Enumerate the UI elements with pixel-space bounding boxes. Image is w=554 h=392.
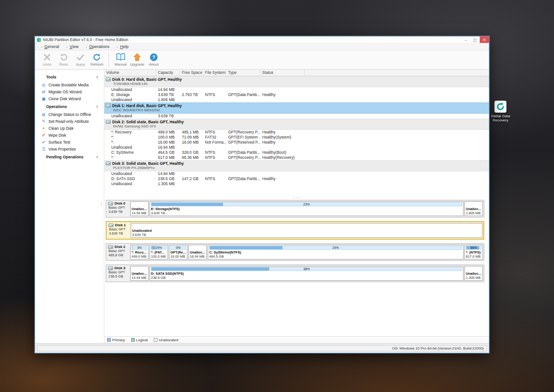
volume-row[interactable]: Unallocated14.94 MB [104,87,489,92]
column-header-free-space[interactable]: Free Space [180,70,203,76]
disk-map-segment[interactable]: Unalloc...16.94 MB [188,245,207,259]
sidebar-item-clone-disk-wizard[interactable]: ▣Clone Disk Wizard [35,95,104,102]
legend-unallocated: Unallocated [154,338,178,342]
disk-map-segment[interactable]: Unalloc...1.305 MB [464,266,483,281]
column-header-volume[interactable]: Volume [104,70,156,76]
manual-button[interactable]: Manual [112,52,129,66]
disk-map-size: 238.5 GB [108,274,129,278]
menu-help[interactable]: ⌄Help [113,43,132,50]
title-bar[interactable]: NIUBI Partition Editor v7.6.0 - Free Hom… [35,36,489,43]
horizontal-splitter-handle[interactable]: ..... [104,195,489,200]
disk-map-segment[interactable]: 23%E: Storage(NTFS)3.639 TB [150,201,464,216]
volume-table: VolumeCapacityFree SpaceFile SystemTypeS… [104,70,489,195]
segment-label: Unallocated [132,229,481,233]
sidebar-item-migrate-os-wizard[interactable]: ⇄Migrate OS Wizard [35,88,104,95]
volume-row[interactable]: *:100.0 MB71.09 MBFAT32GPT(EFI System ..… [104,135,489,140]
cell-file-system [203,97,226,103]
sidebar-item-view-properties[interactable]: ☰View Properties [35,145,104,152]
volume-row[interactable]: C: SySNvme464.5 GB328.0 GBNTFSGPT(Data P… [104,150,489,155]
sidebar-section-header-operations[interactable]: Operations∧ [35,102,104,111]
section-title: Pending Operations [46,155,84,159]
disk-group-header-disk-2[interactable]: Disk 2: Solid state, Basic GPT, HealthyN… [104,119,489,130]
disk-map-segment[interactable]: 29%C: SySNvme(NTFS)464.5 GB [208,245,464,259]
menu-general[interactable]: ⌄General [37,43,62,50]
cell-file-system: Not Forma... [203,140,226,145]
undo-button[interactable]: Undo [39,52,55,66]
disk-model: PLEXTOR PX-256M5Pro [106,166,489,170]
menu-view[interactable]: ⌄View [62,43,82,50]
disk-map-segment[interactable]: 86%*: (NTFS)617.0 MB [464,245,483,259]
disk-map-name: Disk 2 [114,245,126,249]
apply-button[interactable]: Apply [72,52,89,66]
sidebar-section-header-tools[interactable]: Tools∧ [35,72,104,81]
cell-volume: Unallocated [104,171,156,176]
sidebar-item-surface-test[interactable]: ✔Surface Test [35,139,104,145]
sidebar-section-header-pending-operations[interactable]: Pending Operations∧ [35,152,104,161]
empty-area [104,286,489,336]
cell-file-system: NTFS [203,176,226,181]
column-header-capacity[interactable]: Capacity [156,70,180,76]
cell-free-space: 2.793 TB [180,92,203,97]
disk-group-header-disk-0[interactable]: Disk 0: Hard disk, Basic GPT, HealthyTOS… [104,76,489,87]
main-panel: VolumeCapacityFree SpaceFile SystemTypeS… [104,70,489,343]
desktop-icon-stellar-data-recovery[interactable]: Stellar Data Recovery [487,101,514,122]
cell-status [260,87,305,92]
disk-map-panel-disk-0[interactable]: Disk 0Basic GPT3.639 TBUnalloc...14.94 M… [106,200,484,217]
bootable-media-icon: ◎ [41,83,46,87]
disk-map-segment[interactable]: Unallocated3.639 TB [131,223,482,238]
disk-map-segment[interactable]: 38%D: SATA SSD(NTFS)238.5 GB [150,266,464,281]
volume-row[interactable]: Unallocated14.94 MB [104,171,489,176]
cell-type: GPT(EFI System ... [226,135,260,140]
disk-map-panel-disk-2[interactable]: Disk 2Basic GPT465.8 GB3%*: Reco...499.0… [106,243,484,261]
vertical-splitter-handle[interactable]: ⁞ [101,204,102,205]
column-header-file-system[interactable]: File System [203,70,226,76]
volume-row[interactable]: Unallocated3.639 TB [104,114,489,119]
redo-button[interactable]: Redo [55,52,72,66]
cell-volume: *: [104,135,156,140]
disk-map-segment[interactable]: 3%*: Reco...499.0 MB [130,245,149,259]
minimize-button[interactable]: – [461,36,470,43]
column-header-status[interactable]: Status [260,70,305,76]
volume-row[interactable]: D: SATA SSD238.5 GB147.2 GBNTFSGPT(Data … [104,176,489,181]
volume-row[interactable]: *:16.00 MB16.00 MBNot Forma...GPT(Reserv… [104,140,489,145]
volume-row[interactable]: *: Recovery499.0 MB485.1 MBNTFSGPT(Recov… [104,130,489,135]
volume-row[interactable]: Unallocated1.305 MB [104,181,489,187]
disk-map-segment[interactable]: Unalloc...1.805 MB [464,201,483,216]
segment-size: 3.639 TB [151,211,462,215]
disk-map-segment[interactable]: 29%*: (FAT...100.0 MB [150,245,168,259]
disk-group-header-disk-3[interactable]: Disk 3: Solid state, Basic GPT, HealthyP… [104,160,489,171]
segment-size: 3.639 TB [132,233,481,237]
disk-map-segment[interactable]: 0%GPT(Re...16.00 MB [169,245,187,259]
disk-map-segment[interactable]: Unalloc...14.94 MB [130,266,149,281]
menu-operations[interactable]: ⌄Operations [82,43,113,50]
volume-row[interactable]: E: Storage3.639 TB2.793 TBNTFSGPT(Data P… [104,92,489,97]
disk-map-segment[interactable]: Unalloc...14.94 MB [130,201,149,216]
disk-group-header-disk-1[interactable]: Disk 1: Hard disk, Basic GPT, HealthyWDC… [104,103,489,114]
sidebar-item-wipe-disk[interactable]: ✐Wipe Disk [35,132,104,139]
sidebar-item-clean-up-disk[interactable]: ✦Clean Up Disk [35,125,104,132]
about-button[interactable]: ?About [145,52,162,66]
menu-item-label: Help [120,44,129,49]
os-status-text: OS: Windows 10 Pro 64-bit (Version:21H2,… [392,346,484,350]
maximize-button[interactable]: ▢ [470,36,480,43]
cell-capacity: 16.00 MB [156,140,180,145]
refresh-button[interactable]: Refresh [89,52,105,66]
sidebar-section-operations: Operations∧◍Change Status to Offline✎Set… [35,102,104,152]
segment-label: C: SySNvme(NTFS) [209,250,462,254]
disk-map-panel-disk-3[interactable]: Disk 3Basic GPT238.5 GBUnalloc...14.94 M… [106,265,484,282]
disk-map-panel-disk-1[interactable]: Disk 1Basic GPT3.639 TBUnallocated3.639 … [106,221,484,240]
close-button[interactable]: ✕ [480,36,489,43]
upgrade-button[interactable]: Upgrade [129,52,145,66]
column-header-type[interactable]: Type [226,70,260,76]
sidebar-item-change-status-to-offline[interactable]: ◍Change Status to Offline [35,111,104,118]
cell-volume: Unallocated [104,87,156,92]
volume-row[interactable]: Unallocated16.94 MB [104,145,489,150]
cell-type: GPT(Data Partiti... [226,176,260,181]
cell-file-system [203,145,226,150]
sidebar-item-label: Create Bootable Media [48,83,89,87]
sidebar-item-set-read-only-attribute[interactable]: ✎Set Read-only Attribute [35,118,104,125]
volume-row[interactable]: Unallocated1.805 MB [104,97,489,103]
sidebar-item-create-bootable-media[interactable]: ◎Create Bootable Media [35,81,104,88]
cell-volume: E: Storage [104,92,156,97]
volume-row[interactable]: *:617.0 MB85.36 MBNTFSGPT(Recovery P...H… [104,155,489,160]
